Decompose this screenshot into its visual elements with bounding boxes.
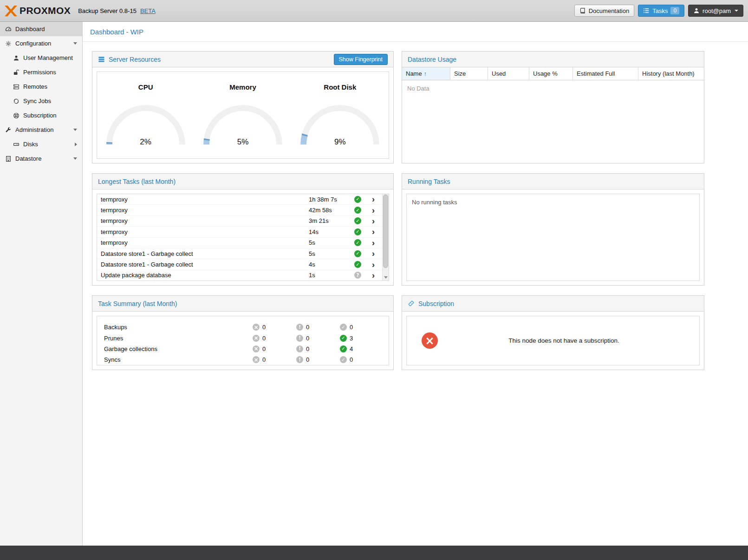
- running-tasks-body: No running tasks: [402, 189, 704, 285]
- chevron-right-icon[interactable]: [372, 271, 375, 280]
- sidebar-item-configuration[interactable]: Configuration: [0, 36, 82, 51]
- summary-label: Garbage collections: [104, 345, 253, 352]
- gears-icon: [5, 40, 12, 47]
- panel-title: Server Resources: [109, 56, 161, 63]
- root-disk-gauge: Root Disk 9%: [294, 83, 385, 158]
- sidebar-item-disks[interactable]: Disks: [0, 137, 82, 151]
- chevron-right-icon[interactable]: [372, 206, 375, 215]
- logo-text: PROXMOX: [20, 5, 71, 16]
- chevron-right-icon[interactable]: [372, 239, 375, 247]
- show-fingerprint-button[interactable]: Show Fingerprint: [334, 54, 388, 65]
- chevron-down-icon[interactable]: [73, 157, 77, 160]
- subscription-panel: Subscription This node does not have a s…: [402, 295, 704, 370]
- table-header-row: Name Size Used Usage % Estimated Full Hi…: [402, 67, 704, 80]
- task-duration: 1h 38m 7s: [309, 196, 354, 203]
- app-header: PROXMOX Backup Server 0.8-15 BETA Docume…: [0, 0, 748, 22]
- gauge-value: 5%: [201, 137, 285, 147]
- tasks-button[interactable]: Tasks 0: [638, 5, 684, 17]
- hdd-icon: [13, 141, 20, 148]
- error-count-icon: [253, 335, 260, 342]
- page-title: Dashboard - WIP: [83, 22, 748, 42]
- column-header-usage-pct[interactable]: Usage %: [529, 67, 573, 80]
- column-header-size[interactable]: Size: [450, 67, 488, 80]
- sidebar-item-label: Dashboard: [15, 26, 45, 33]
- task-name: Update package database: [101, 272, 309, 279]
- chevron-right-icon[interactable]: [372, 217, 375, 225]
- error-count: 0: [262, 345, 266, 352]
- running-tasks-panel: Running Tasks No running tasks: [402, 173, 704, 286]
- user-icon: [13, 55, 20, 61]
- warning-count-icon: [296, 345, 303, 352]
- task-status-icon: [354, 207, 361, 214]
- task-status-icon: [354, 228, 361, 235]
- empty-text: No Data: [402, 80, 704, 97]
- sidebar-item-datastore[interactable]: Datastore: [0, 151, 82, 166]
- chevron-down-icon[interactable]: [73, 129, 77, 131]
- sidebar-item-label: Subscription: [23, 112, 57, 119]
- ok-count: 4: [350, 345, 353, 352]
- column-header-estimated-full[interactable]: Estimated Full: [573, 67, 638, 80]
- ok-count-icon: [340, 324, 347, 331]
- scroll-down-button[interactable]: [383, 274, 389, 280]
- summary-label: Backups: [104, 324, 253, 331]
- chevron-right-icon[interactable]: [372, 249, 375, 258]
- sidebar-item-remotes[interactable]: Remotes: [0, 79, 82, 94]
- sync-icon: [13, 98, 20, 104]
- memory-gauge: Memory 5%: [197, 83, 288, 158]
- gauge-value: 2%: [104, 137, 188, 147]
- panel-title: Running Tasks: [408, 178, 450, 185]
- ok-count: 0: [350, 324, 353, 331]
- sidebar-item-administration[interactable]: Administration: [0, 123, 82, 137]
- task-row[interactable]: termproxy 14s: [97, 227, 389, 237]
- running-tasks-header: Running Tasks: [402, 174, 704, 189]
- server-resources-panel: Server Resources Show Fingerprint CPU 2%: [92, 51, 394, 163]
- column-label: Name: [406, 70, 422, 77]
- sidebar-item-permissions[interactable]: Permissions: [0, 65, 82, 79]
- task-status-icon: [354, 217, 361, 224]
- task-status-icon: [354, 196, 361, 203]
- sidebar-item-label: Datastore: [15, 155, 41, 162]
- task-row[interactable]: Datastore store1 - Garbage collect 4s: [97, 259, 389, 270]
- task-name: termproxy: [101, 217, 309, 224]
- task-row[interactable]: Update package database 1s: [97, 270, 389, 281]
- documentation-button[interactable]: Documentation: [574, 5, 634, 17]
- chevron-right-icon[interactable]: [372, 195, 375, 203]
- column-header-history[interactable]: History (last Month): [638, 67, 704, 80]
- error-count: 0: [262, 335, 266, 342]
- empty-text: No running tasks: [407, 194, 699, 210]
- server-resources-body: CPU 2% Memory 5%: [92, 67, 393, 163]
- user-menu-button[interactable]: root@pam: [688, 5, 743, 17]
- task-row[interactable]: termproxy 3m 21s: [97, 216, 389, 227]
- chevron-right-icon[interactable]: [372, 260, 375, 269]
- task-name: termproxy: [101, 239, 309, 246]
- sidebar-item-sync-jobs[interactable]: Sync Jobs: [0, 94, 82, 108]
- sidebar-item-dashboard[interactable]: Dashboard: [0, 22, 82, 36]
- scrollbar-thumb[interactable]: [383, 195, 388, 268]
- chevron-down-icon[interactable]: [73, 42, 77, 45]
- task-summary-header: Task Summary (last Month): [92, 296, 393, 312]
- task-duration: 14s: [309, 228, 354, 235]
- task-row[interactable]: termproxy 5s: [97, 238, 389, 248]
- sidebar-item-subscription[interactable]: Subscription: [0, 108, 82, 123]
- dashboard-grid: Server Resources Show Fingerprint CPU 2%: [83, 42, 748, 379]
- chevron-right-icon[interactable]: [75, 143, 77, 146]
- column-header-used[interactable]: Used: [488, 67, 529, 80]
- proxmox-logo: PROXMOX: [5, 5, 71, 16]
- support-icon: [13, 112, 20, 119]
- task-row[interactable]: termproxy 42m 58s: [97, 205, 389, 215]
- sidebar-item-user-management[interactable]: User Management: [0, 51, 82, 65]
- server-resources-icon: [98, 56, 105, 63]
- scrollbar[interactable]: [382, 194, 389, 280]
- panel-title: Task Summary (last Month): [98, 300, 177, 307]
- chevron-right-icon[interactable]: [372, 228, 375, 236]
- beta-link[interactable]: BETA: [140, 7, 156, 14]
- tasks-label: Tasks: [652, 7, 668, 14]
- datastore-usage-header: Datastore Usage: [402, 52, 704, 67]
- gauge-label: Root Disk: [294, 83, 385, 91]
- column-header-name[interactable]: Name: [402, 67, 450, 80]
- task-status-icon: [354, 261, 361, 268]
- task-row[interactable]: Datastore store1 - Garbage collect 5s: [97, 248, 389, 259]
- gauge-label: Memory: [197, 83, 288, 91]
- column-label: History (last Month): [642, 70, 695, 77]
- task-row[interactable]: termproxy 1h 38m 7s: [97, 194, 389, 205]
